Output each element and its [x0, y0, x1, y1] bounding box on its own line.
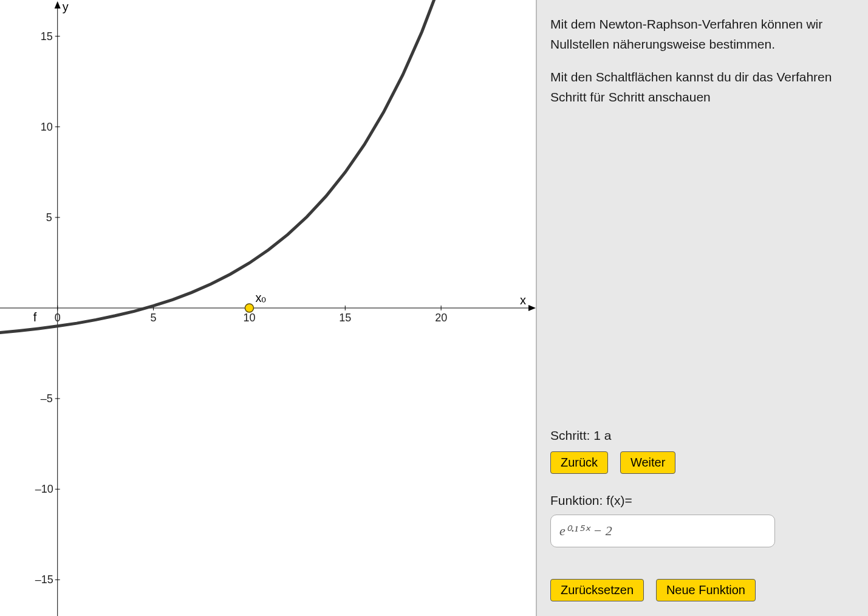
intro-paragraph-1: Mit dem Newton-Raphson-Verfahren können …	[550, 15, 855, 54]
point-label-x0: x₀	[255, 291, 266, 304]
function-input[interactable]	[550, 515, 775, 547]
y-axis-arrow-icon	[55, 1, 61, 9]
function-label: f	[33, 310, 37, 324]
y-tick-label: 10	[41, 121, 53, 133]
x-axis-arrow-icon	[528, 305, 536, 311]
graph-svg[interactable]: xy05101520–15–10–551015fx₀	[0, 0, 537, 616]
y-tick-label: –5	[41, 392, 53, 405]
x-tick-label: 15	[339, 312, 351, 324]
side-pane: Mit dem Newton-Raphson-Verfahren können …	[537, 0, 868, 616]
description-block: Mit dem Newton-Raphson-Verfahren können …	[550, 15, 855, 120]
back-button[interactable]: Zurück	[550, 451, 608, 474]
function-curve[interactable]	[0, 0, 537, 333]
reset-button[interactable]: Zurücksetzen	[550, 579, 644, 601]
next-button[interactable]: Weiter	[620, 451, 675, 474]
intro-paragraph-2: Mit den Schaltflächen kannst du dir das …	[550, 67, 855, 107]
y-tick-label: 5	[46, 211, 52, 224]
step-buttons: Zurück Weiter	[550, 445, 855, 474]
x-tick-label: 10	[243, 312, 255, 324]
x-axis-label: x	[520, 293, 526, 307]
x-tick-label: 20	[435, 312, 447, 324]
y-tick-label: 15	[41, 30, 53, 43]
x-tick-label: 0	[55, 312, 61, 324]
y-axis-label: y	[63, 0, 69, 13]
graph-pane[interactable]: xy05101520–15–10–551015fx₀	[0, 0, 537, 616]
y-tick-label: –10	[35, 483, 53, 495]
bottom-buttons: Zurücksetzen Neue Funktion	[550, 573, 855, 601]
y-tick-label: –15	[35, 573, 53, 586]
function-label: Funktion: f(x)=	[550, 491, 855, 511]
step-label: Schritt: 1 a	[550, 426, 855, 446]
point-x0[interactable]	[245, 304, 253, 312]
new-function-button[interactable]: Neue Funktion	[656, 579, 756, 601]
x-tick-label: 5	[151, 312, 157, 324]
